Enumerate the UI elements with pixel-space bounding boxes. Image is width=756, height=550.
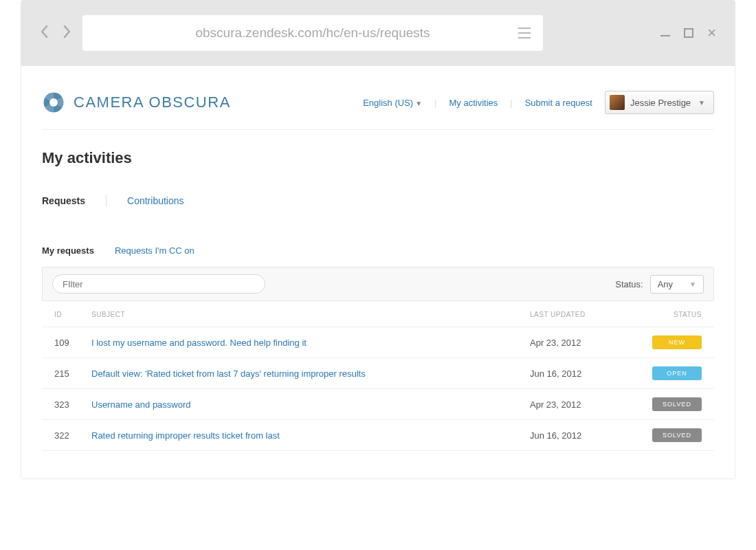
avatar bbox=[610, 95, 625, 110]
cell-updated: Apr 23, 2012 bbox=[530, 338, 633, 348]
separator: | bbox=[510, 98, 512, 108]
chevron-down-icon: ▼ bbox=[698, 99, 705, 107]
status-badge: SOLVED bbox=[652, 428, 702, 442]
language-selector[interactable]: English (US)▼ bbox=[363, 98, 422, 108]
cell-id: 109 bbox=[54, 338, 91, 348]
status-badge: SOLVED bbox=[652, 397, 702, 411]
status-badge: OPEN bbox=[652, 366, 702, 380]
filter-input[interactable] bbox=[52, 274, 265, 294]
minimize-button[interactable] bbox=[660, 35, 670, 36]
cell-id: 322 bbox=[54, 430, 91, 441]
tab-requests[interactable]: Requests bbox=[42, 195, 85, 206]
url-text: obscura.zendesk.com/hc/en-us/requests bbox=[195, 25, 430, 41]
cell-updated: Jun 16, 2012 bbox=[530, 368, 633, 379]
user-name: Jessie Prestige bbox=[630, 98, 691, 108]
cell-id: 215 bbox=[54, 368, 91, 379]
col-header-status[interactable]: STATUS bbox=[633, 311, 702, 318]
tab-contributions[interactable]: Contributions bbox=[127, 195, 184, 206]
close-button[interactable]: × bbox=[707, 25, 716, 41]
separator bbox=[106, 195, 107, 207]
filter-bar: Status: Any ▼ bbox=[42, 267, 714, 301]
col-header-id[interactable]: ID bbox=[54, 311, 91, 318]
table-row[interactable]: 322Rated returning improper results tick… bbox=[42, 419, 714, 450]
svg-point-0 bbox=[49, 98, 58, 107]
cell-subject[interactable]: Username and password bbox=[91, 399, 530, 410]
brand-logo[interactable]: CAMERA OBSCURA bbox=[42, 91, 231, 114]
table-row[interactable]: 215Default view: 'Rated ticket from last… bbox=[42, 358, 714, 388]
cell-id: 323 bbox=[54, 399, 91, 410]
cell-updated: Jun 16, 2012 bbox=[530, 430, 633, 441]
status-badge: NEW bbox=[652, 336, 702, 349]
hamburger-icon[interactable] bbox=[518, 28, 531, 38]
col-header-updated[interactable]: LAST UPDATED bbox=[530, 311, 633, 318]
brand-name: CAMERA OBSCURA bbox=[74, 94, 231, 111]
separator: | bbox=[434, 98, 436, 108]
chevron-down-icon: ▼ bbox=[415, 100, 422, 107]
page-title: My activities bbox=[42, 149, 714, 167]
cell-status: SOLVED bbox=[633, 397, 702, 411]
user-menu[interactable]: Jessie Prestige ▼ bbox=[605, 91, 714, 114]
cell-subject[interactable]: Rated returning improper results ticket … bbox=[91, 430, 530, 441]
cell-updated: Apr 23, 2012 bbox=[530, 399, 633, 410]
url-bar[interactable]: obscura.zendesk.com/hc/en-us/requests bbox=[82, 15, 543, 51]
table-row[interactable]: 109I lost my username and password. Need… bbox=[42, 327, 714, 358]
nav-submit-request[interactable]: Submit a request bbox=[525, 98, 592, 108]
col-header-subject[interactable]: SUBJECT bbox=[91, 311, 530, 318]
nav-my-activities[interactable]: My activities bbox=[449, 98, 498, 108]
browser-chrome: obscura.zendesk.com/hc/en-us/requests × bbox=[21, 0, 735, 66]
status-select[interactable]: Any ▼ bbox=[650, 275, 704, 294]
subtab-cc-on[interactable]: Requests I'm CC on bbox=[115, 245, 194, 256]
cell-subject[interactable]: Default view: 'Rated ticket from last 7 … bbox=[91, 368, 530, 379]
forward-button[interactable] bbox=[62, 25, 71, 41]
cell-status: OPEN bbox=[633, 366, 702, 380]
maximize-button[interactable] bbox=[684, 28, 693, 38]
subtab-my-requests[interactable]: My requests bbox=[42, 245, 94, 256]
cell-status: NEW bbox=[633, 336, 702, 349]
aperture-icon bbox=[42, 91, 65, 114]
cell-subject[interactable]: I lost my username and password. Need he… bbox=[91, 338, 530, 348]
back-button[interactable] bbox=[40, 25, 49, 41]
requests-table: ID SUBJECT LAST UPDATED STATUS 109I lost… bbox=[42, 301, 714, 451]
cell-status: SOLVED bbox=[633, 428, 702, 442]
chevron-down-icon: ▼ bbox=[689, 280, 696, 288]
status-label: Status: bbox=[615, 279, 643, 289]
table-row[interactable]: 323Username and passwordApr 23, 2012SOLV… bbox=[42, 388, 714, 419]
